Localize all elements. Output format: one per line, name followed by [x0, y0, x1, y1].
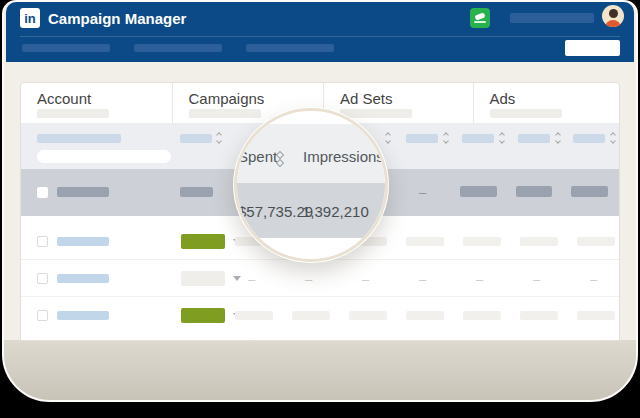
page-title: Campaign Manager	[48, 10, 186, 27]
sort-icon[interactable]	[611, 133, 615, 143]
nav-item-placeholder-2[interactable]	[134, 44, 222, 52]
column-header-placeholder	[462, 134, 494, 143]
cell-placeholder	[292, 311, 330, 320]
cell-placeholder	[577, 311, 615, 320]
tab-placeholder-bar	[189, 109, 261, 118]
campaign-name-placeholder	[57, 311, 109, 320]
sort-icon[interactable]	[277, 152, 283, 166]
nav-item-placeholder-1[interactable]	[22, 44, 110, 52]
cell-placeholder	[406, 311, 444, 320]
device-bezel	[4, 340, 636, 400]
device-mockup: in Campaign Manager Account Campaigns	[0, 0, 640, 418]
cell-placeholder	[577, 237, 615, 246]
spent-column-header: Spent	[238, 148, 277, 165]
impressions-value: 1,392,210	[302, 203, 369, 220]
green-app-badge-icon[interactable]	[470, 8, 490, 28]
name-column-header-placeholder	[37, 134, 121, 143]
avatar-head-shape	[609, 9, 618, 18]
sort-icon[interactable]	[386, 133, 390, 143]
tab-label: Account	[37, 90, 91, 107]
column-header-placeholder	[406, 134, 438, 143]
row-checkbox[interactable]	[37, 236, 48, 247]
header-divider	[20, 36, 620, 37]
sort-icon[interactable]	[556, 133, 560, 143]
cell-placeholder	[520, 311, 558, 320]
cell-placeholder	[463, 311, 501, 320]
empty-cell-dash: –	[419, 186, 426, 199]
avatar-body-shape	[605, 20, 621, 27]
tab-placeholder-bar	[37, 109, 109, 118]
sort-icon[interactable]	[217, 133, 221, 143]
cell-placeholder	[460, 186, 497, 197]
table-row[interactable]	[21, 297, 619, 334]
empty-cell-dash: –	[248, 273, 255, 286]
empty-cell-dash: –	[476, 273, 483, 286]
column-header-placeholder	[518, 134, 550, 143]
impressions-column-header: Impressions	[303, 148, 384, 165]
empty-cell-dash: –	[305, 273, 312, 286]
cell-placeholder	[406, 237, 444, 246]
empty-cell-dash: –	[362, 273, 369, 286]
campaign-name-placeholder	[57, 274, 109, 283]
cell-placeholder	[349, 311, 387, 320]
empty-cell-dash: –	[533, 273, 540, 286]
nav-item-placeholder-3[interactable]	[246, 44, 334, 52]
tab-ads[interactable]: Ads	[474, 83, 620, 123]
row-checkbox[interactable]	[37, 310, 48, 321]
tab-account[interactable]: Account	[21, 83, 173, 123]
linkedin-logo-text: in	[24, 11, 36, 26]
user-avatar[interactable]	[602, 5, 624, 27]
tab-label: Ads	[490, 90, 516, 107]
row-checkbox[interactable]	[37, 187, 48, 198]
sort-icon[interactable]	[444, 133, 448, 143]
badge-glyph	[474, 12, 485, 20]
tab-label: Ad Sets	[340, 90, 393, 107]
linkedin-logo-icon[interactable]: in	[20, 8, 40, 28]
sort-icon[interactable]	[500, 133, 504, 143]
cell-placeholder	[571, 186, 608, 197]
filter-search-input[interactable]	[37, 150, 171, 163]
status-pill-inactive[interactable]	[181, 271, 225, 286]
empty-cell-dash: –	[590, 273, 597, 286]
status-pill-active[interactable]	[181, 234, 225, 249]
cell-placeholder	[463, 237, 501, 246]
cell-placeholder	[180, 187, 213, 197]
column-header-placeholder	[180, 134, 212, 143]
tab-label: Campaigns	[189, 90, 265, 107]
cell-placeholder	[235, 311, 273, 320]
table-row[interactable]: – – – – – – –	[21, 260, 619, 297]
header-action-button[interactable]	[565, 40, 620, 56]
app-header: in Campaign Manager	[6, 2, 634, 62]
badge-label-bar	[474, 21, 486, 23]
cell-placeholder	[516, 186, 552, 197]
header-placeholder-bar[interactable]	[510, 13, 594, 23]
cell-placeholder	[57, 187, 109, 197]
campaign-name-placeholder	[57, 237, 109, 246]
chevron-down-icon[interactable]	[233, 276, 241, 281]
cell-placeholder	[520, 237, 558, 246]
column-header-placeholder	[573, 134, 605, 143]
row-checkbox[interactable]	[37, 273, 48, 284]
status-pill-active[interactable]	[181, 308, 225, 323]
tab-placeholder-bar	[340, 109, 412, 118]
empty-cell-dash: –	[419, 273, 426, 286]
tab-placeholder-bar	[490, 109, 562, 118]
magnifier-lens: Spent Impressions $57,735.29 1,392,210	[234, 108, 388, 262]
